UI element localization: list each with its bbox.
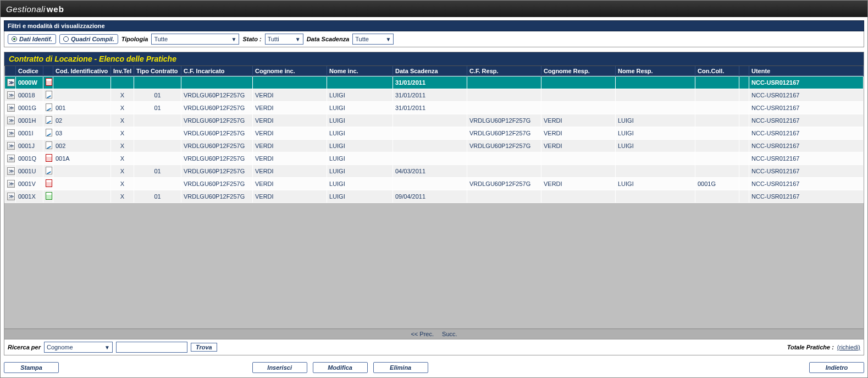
table-cell: ≫	[5, 140, 16, 152]
table-cell: 001A	[53, 152, 111, 165]
search-input[interactable]	[116, 342, 187, 353]
grid-scroll-area[interactable]: CodiceCod. IdentificativoInv.TelTipo Con…	[4, 65, 864, 328]
table-cell: LUIGI	[327, 102, 393, 114]
totale-request-link[interactable]: (richiedi)	[837, 344, 860, 350]
radio-dati-identif[interactable]: Dati Identif.	[8, 34, 56, 44]
table-cell: VRDLGU60P12F257G	[467, 140, 541, 152]
expand-row-button[interactable]: ≫	[7, 142, 15, 150]
indietro-button[interactable]: Indietro	[809, 362, 864, 373]
expand-row-button[interactable]: ≫	[7, 91, 15, 99]
table-cell	[695, 76, 739, 89]
expand-row-button[interactable]: ≫	[7, 117, 15, 124]
table-cell: 0001X	[16, 190, 43, 203]
column-header[interactable]: C.F. Incaricato	[181, 66, 253, 76]
column-header[interactable]: Cognome inc.	[253, 66, 327, 76]
pager-prev[interactable]: << Prec.	[411, 331, 434, 337]
column-header[interactable]: Data Scadenza	[393, 66, 467, 76]
table-cell	[467, 190, 541, 203]
expand-row-button[interactable]: ≫	[7, 193, 15, 200]
table-row[interactable]: ≫0001XX01VRDLGU60P12F257GVERDILUIGI09/04…	[5, 190, 864, 203]
find-button[interactable]: Trova	[191, 343, 217, 352]
table-cell	[739, 190, 749, 203]
table-row[interactable]: ≫0001G001X01VRDLGU60P12F257GVERDILUIGI31…	[5, 102, 864, 114]
column-header[interactable]	[43, 66, 53, 76]
stampa-button[interactable]: Stampa	[4, 362, 59, 373]
table-cell	[541, 76, 616, 89]
column-header[interactable]	[739, 66, 749, 76]
table-cell: VERDI	[253, 178, 327, 190]
table-row[interactable]: ≫0000W31/01/2011NCC-USR012167	[5, 76, 864, 89]
column-header[interactable]: Tipo Contratto	[134, 66, 181, 76]
search-row: Ricerca per Cognome ▼ Trova Totale Prati…	[4, 339, 864, 355]
table-cell: X	[111, 127, 134, 140]
table-cell: VRDLGU60P12F257G	[467, 127, 541, 140]
search-field-value: Cognome	[47, 344, 73, 350]
expand-row-button[interactable]: ≫	[7, 155, 15, 162]
elimina-button[interactable]: Elimina	[373, 362, 428, 373]
column-header[interactable]: Con.Coll.	[695, 66, 739, 76]
expand-row-button[interactable]: ≫	[7, 129, 15, 137]
expand-row-button[interactable]: ≫	[7, 167, 15, 175]
column-header[interactable]: Cod. Identificativo	[53, 66, 111, 76]
footer: Stampa Inserisci Modifica Elimina Indiet…	[1, 359, 867, 376]
table-cell: VRDLGU60P12F257G	[181, 127, 253, 140]
table-cell: 09/04/2011	[393, 190, 467, 203]
pager-next[interactable]: Succ.	[442, 331, 457, 337]
inserisci-button[interactable]: Inserisci	[252, 362, 307, 373]
table-cell: 00018	[16, 89, 43, 102]
column-header[interactable]: Nome Resp.	[616, 66, 695, 76]
table-cell: NCC-USR012167	[749, 114, 864, 127]
table-cell	[695, 114, 739, 127]
tipologia-select[interactable]: Tutte ▼	[151, 34, 239, 45]
grid-title: Contratto di Locazione - Elenco delle Pr…	[4, 52, 864, 65]
table-cell: VERDI	[541, 178, 616, 190]
table-row[interactable]: ≫00018X01VRDLGU60P12F257GVERDILUIGI31/01…	[5, 89, 864, 102]
table-cell	[53, 178, 111, 190]
table-cell: 01	[134, 102, 181, 114]
column-header[interactable]	[5, 66, 16, 76]
expand-row-button[interactable]: ≫	[7, 79, 15, 86]
column-header[interactable]: Cognome Resp.	[541, 66, 616, 76]
stato-select[interactable]: Tutti ▼	[265, 34, 303, 45]
chevron-down-icon: ▼	[295, 36, 301, 42]
expand-row-button[interactable]: ≫	[7, 180, 15, 188]
table-row[interactable]: ≫0001H02XVRDLGU60P12F257GVERDILUIGIVRDLG…	[5, 114, 864, 127]
column-header[interactable]: Codice	[16, 66, 43, 76]
table-cell: VERDI	[541, 140, 616, 152]
table-row[interactable]: ≫0001Q001AXVRDLGU60P12F257GVERDILUIGINCC…	[5, 152, 864, 165]
table-cell: LUIGI	[327, 190, 393, 203]
table-cell: LUIGI	[616, 127, 695, 140]
table-cell: LUIGI	[616, 140, 695, 152]
table-cell: VERDI	[253, 102, 327, 114]
table-cell: 0001Q	[16, 152, 43, 165]
table-row[interactable]: ≫0001J002XVRDLGU60P12F257GVERDILUIGIVRDL…	[5, 140, 864, 152]
column-header[interactable]: Inv.Tel	[111, 66, 134, 76]
column-header[interactable]: Utente	[749, 66, 864, 76]
scadenza-select[interactable]: Tutte ▼	[352, 34, 394, 45]
scadenza-value: Tutte	[355, 36, 369, 42]
table-cell	[541, 190, 616, 203]
table-cell	[134, 127, 181, 140]
table-cell: ≫	[5, 152, 16, 165]
column-header[interactable]: C.F. Resp.	[467, 66, 541, 76]
table-cell	[739, 102, 749, 114]
table-row[interactable]: ≫0001VXVRDLGU60P12F257GVERDILUIGIVRDLGU6…	[5, 178, 864, 190]
search-field-select[interactable]: Cognome ▼	[44, 342, 113, 353]
expand-row-button[interactable]: ≫	[7, 104, 15, 112]
modifica-button[interactable]: Modifica	[313, 362, 368, 373]
table-cell: X	[111, 178, 134, 190]
table-cell: VERDI	[541, 114, 616, 127]
table-cell: NCC-USR012167	[749, 76, 864, 89]
radio-quadri-compil[interactable]: Quadri Compil.	[59, 34, 118, 44]
table-cell	[695, 102, 739, 114]
table-cell: LUIGI	[327, 114, 393, 127]
search-label: Ricerca per	[8, 344, 41, 350]
table-row[interactable]: ≫0001UX01VRDLGU60P12F257GVERDILUIGI04/03…	[5, 165, 864, 178]
table-cell	[134, 76, 181, 89]
table-cell: LUIGI	[616, 178, 695, 190]
table-cell: ≫	[5, 89, 16, 102]
table-cell: LUIGI	[616, 114, 695, 127]
table-cell	[541, 152, 616, 165]
column-header[interactable]: Nome inc.	[327, 66, 393, 76]
table-row[interactable]: ≫0001I03XVRDLGU60P12F257GVERDILUIGIVRDLG…	[5, 127, 864, 140]
